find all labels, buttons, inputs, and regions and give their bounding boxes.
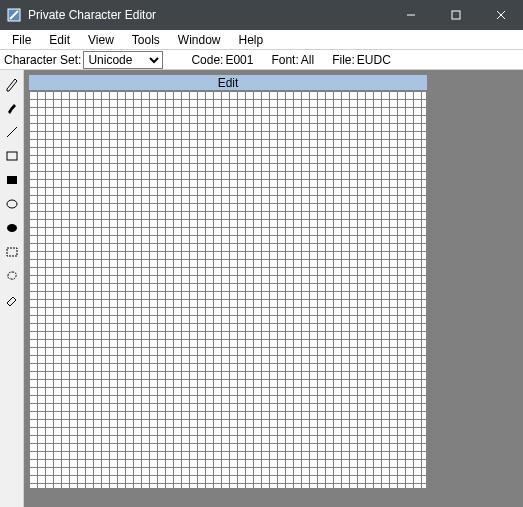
charset-label: Character Set: (4, 53, 81, 67)
infobar: Character Set: Unicode Code: E001 Font: … (0, 50, 523, 70)
svg-rect-11 (7, 248, 17, 256)
svg-rect-7 (7, 152, 17, 160)
line-icon[interactable] (1, 121, 23, 143)
edit-grid[interactable] (29, 91, 427, 489)
canvas-frame: Edit (28, 74, 428, 490)
window-controls (388, 0, 523, 30)
file-value: EUDC (357, 53, 391, 67)
titlebar: Private Character Editor (0, 0, 523, 30)
canvas-area: Edit (24, 70, 432, 507)
close-button[interactable] (478, 0, 523, 30)
menu-help[interactable]: Help (231, 32, 272, 48)
font-value: All (301, 53, 314, 67)
menu-file[interactable]: File (4, 32, 39, 48)
code-label: Code: (191, 53, 223, 67)
pencil-icon[interactable] (1, 73, 23, 95)
menu-view[interactable]: View (80, 32, 122, 48)
tool-palette (0, 70, 24, 507)
svg-point-10 (7, 224, 17, 232)
app-window: Private Character Editor File Edit View … (0, 0, 523, 507)
menubar: File Edit View Tools Window Help (0, 30, 523, 50)
font-label: Font: (271, 53, 298, 67)
app-icon (6, 7, 22, 23)
ellipse-outline-icon[interactable] (1, 193, 23, 215)
minimize-button[interactable] (388, 0, 433, 30)
eraser-icon[interactable] (1, 289, 23, 311)
svg-rect-3 (452, 11, 460, 19)
rect-outline-icon[interactable] (1, 145, 23, 167)
brush-icon[interactable] (1, 97, 23, 119)
window-title: Private Character Editor (28, 8, 156, 22)
ellipse-filled-icon[interactable] (1, 217, 23, 239)
svg-rect-8 (7, 176, 17, 184)
workspace: Edit (0, 70, 523, 507)
charset-select[interactable]: Unicode (83, 51, 163, 69)
canvas-title: Edit (29, 75, 427, 91)
rect-select-icon[interactable] (1, 241, 23, 263)
svg-point-9 (7, 200, 17, 208)
menu-window[interactable]: Window (170, 32, 229, 48)
menu-edit[interactable]: Edit (41, 32, 78, 48)
file-label: File: (332, 53, 355, 67)
free-select-icon[interactable] (1, 265, 23, 287)
code-value: E001 (225, 53, 253, 67)
rect-filled-icon[interactable] (1, 169, 23, 191)
svg-line-6 (7, 127, 17, 137)
menu-tools[interactable]: Tools (124, 32, 168, 48)
maximize-button[interactable] (433, 0, 478, 30)
